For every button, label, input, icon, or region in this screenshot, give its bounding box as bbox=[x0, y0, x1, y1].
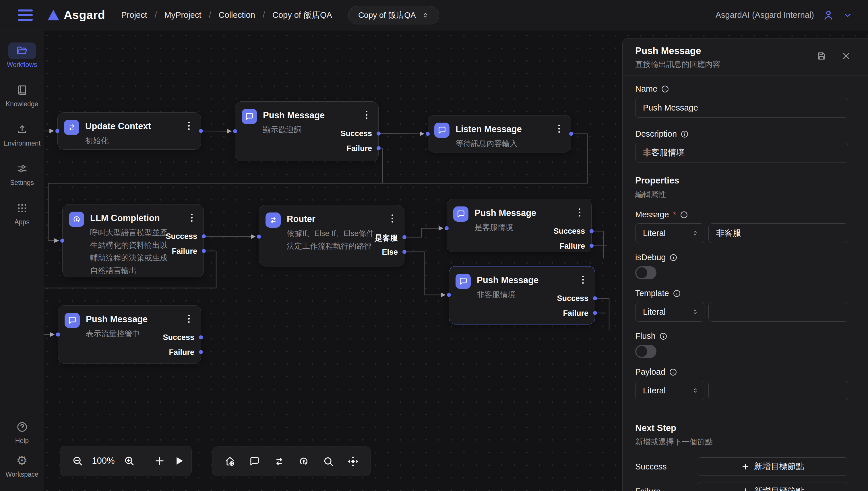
node-subtitle: 顯示歡迎詞 bbox=[263, 123, 302, 136]
sidebar-item-label: Environment bbox=[3, 140, 40, 147]
node-subtitle: 表示流量控管中 bbox=[86, 327, 140, 340]
edge bbox=[201, 131, 231, 131]
node-palette-toolbar bbox=[212, 446, 371, 476]
isdebug-toggle[interactable] bbox=[635, 266, 656, 279]
hamburger-menu-icon[interactable] bbox=[18, 9, 33, 21]
next-step-subtitle: 新增或選擇下一個節點 bbox=[635, 437, 848, 447]
output-port-label: 是客服 bbox=[375, 233, 398, 243]
zoom-out-icon[interactable] bbox=[71, 455, 84, 467]
node-title: Listen Message bbox=[455, 124, 522, 134]
output-port-label: Success bbox=[557, 294, 589, 303]
node-menu-button[interactable] bbox=[363, 109, 370, 121]
brand-name: Asgard bbox=[64, 8, 105, 22]
node-title: Push Message bbox=[263, 110, 325, 121]
message-value-input[interactable] bbox=[709, 223, 848, 243]
save-icon[interactable] bbox=[816, 51, 827, 61]
node-push-message-traffic[interactable]: Push Message 表示流量控管中 Success Failure bbox=[58, 305, 201, 364]
template-type-select[interactable]: Literal bbox=[635, 302, 705, 322]
sidebar-item-help[interactable]: Help bbox=[8, 418, 36, 445]
sidebar-item-apps[interactable]: Apps bbox=[8, 200, 36, 226]
info-icon[interactable] bbox=[669, 253, 678, 262]
gear-icon: ⚙ bbox=[8, 452, 36, 469]
sidebar-item-environment[interactable]: Environment bbox=[3, 121, 40, 147]
message-node-icon[interactable] bbox=[248, 455, 261, 467]
help-circle-icon bbox=[8, 418, 36, 435]
edge bbox=[405, 228, 443, 237]
node-menu-button[interactable] bbox=[389, 213, 396, 224]
sidebar-item-workspace[interactable]: ⚙ Workspace bbox=[5, 452, 38, 479]
plus-icon bbox=[741, 487, 750, 491]
name-input[interactable] bbox=[635, 97, 848, 118]
flush-toggle[interactable] bbox=[635, 345, 656, 358]
node-menu-button[interactable] bbox=[556, 123, 563, 134]
node-title: Update Context bbox=[85, 121, 151, 132]
add-icon[interactable] bbox=[154, 455, 166, 467]
next-step-failure-label: Failure bbox=[635, 487, 697, 491]
node-push-message-cs[interactable]: Push Message 是客服情境 Success Failure bbox=[447, 199, 592, 252]
account-area: AsgardAI (Asgard Internal) bbox=[716, 9, 852, 22]
zoom-in-icon[interactable] bbox=[123, 455, 135, 467]
edge bbox=[379, 134, 424, 134]
swap-arrows-icon bbox=[266, 212, 281, 228]
llm-node-icon[interactable] bbox=[298, 455, 310, 467]
output-port-label: Success bbox=[163, 333, 194, 342]
template-value-input[interactable] bbox=[709, 302, 848, 322]
select-chevrons-icon bbox=[691, 308, 699, 316]
add-success-target-button[interactable]: 新增目標節點 bbox=[697, 457, 848, 476]
breadcrumb-myproject[interactable]: MyProject bbox=[164, 10, 202, 20]
search-icon[interactable] bbox=[322, 455, 334, 467]
move-canvas-icon[interactable] bbox=[347, 455, 359, 467]
node-menu-button[interactable] bbox=[579, 274, 587, 285]
node-menu-button[interactable] bbox=[188, 212, 196, 223]
close-icon[interactable] bbox=[841, 51, 851, 61]
add-failure-target-button[interactable]: 新增目標節點 bbox=[697, 482, 848, 491]
chevron-down-icon[interactable] bbox=[843, 10, 852, 20]
upload-icon bbox=[8, 121, 36, 138]
edge bbox=[204, 236, 255, 237]
info-icon[interactable] bbox=[669, 368, 678, 376]
node-llm-completion[interactable]: LLM Completion 呼叫大型語言模型並產生結構化的資料輸出以輔助流程的… bbox=[62, 204, 204, 278]
sidebar-item-label: Knowledge bbox=[6, 100, 38, 108]
info-icon[interactable] bbox=[661, 85, 669, 93]
select-chevrons-icon bbox=[422, 11, 429, 19]
workflow-selector-dropdown[interactable]: Copy of 飯店QA bbox=[348, 6, 439, 24]
info-icon[interactable] bbox=[672, 289, 681, 298]
sidebar-item-knowledge[interactable]: Knowledge bbox=[6, 82, 38, 108]
swap-node-icon[interactable] bbox=[273, 455, 285, 467]
node-listen-message[interactable]: Listen Message 等待訊息內容輸入 bbox=[428, 115, 571, 152]
select-chevrons-icon bbox=[691, 387, 699, 394]
sidebar-item-settings[interactable]: Settings bbox=[8, 161, 36, 186]
output-port-label: Else bbox=[382, 248, 398, 257]
description-input[interactable] bbox=[635, 143, 848, 163]
sidebar-item-label: Help bbox=[15, 437, 29, 445]
message-type-select[interactable]: Literal bbox=[635, 223, 705, 243]
add-start-node-icon[interactable] bbox=[224, 455, 236, 467]
info-icon[interactable] bbox=[659, 332, 668, 341]
node-update-context[interactable]: Update Context 初始化 bbox=[57, 112, 201, 150]
chat-bubble-icon bbox=[455, 273, 471, 289]
swap-arrows-icon bbox=[64, 120, 79, 135]
node-subtitle: 依據If、Else If、Else條件決定工作流程執行的路徑 bbox=[287, 227, 378, 252]
user-icon[interactable] bbox=[822, 9, 835, 22]
payload-value-input[interactable] bbox=[709, 381, 848, 400]
template-field-label: Template bbox=[635, 289, 848, 298]
node-router[interactable]: Router 依據If、Else If、Else條件決定工作流程執行的路徑 是客… bbox=[259, 205, 405, 266]
message-field-label: Message* bbox=[635, 210, 848, 220]
info-icon[interactable] bbox=[680, 210, 688, 219]
node-push-message-welcome[interactable]: Push Message 顯示歡迎詞 Success Failure bbox=[235, 102, 379, 162]
description-field-label: Description bbox=[635, 129, 848, 139]
node-menu-button[interactable] bbox=[185, 120, 192, 132]
info-icon[interactable] bbox=[680, 130, 689, 138]
breadcrumb-project[interactable]: Project bbox=[121, 10, 147, 20]
node-menu-button[interactable] bbox=[576, 207, 583, 218]
node-push-message-noncs-selected[interactable]: Push Message 非客服情境 Success Failure bbox=[449, 266, 595, 324]
breadcrumb-collection[interactable]: Collection bbox=[219, 10, 255, 20]
run-workflow-button[interactable] bbox=[173, 455, 185, 467]
sidebar-item-workflows[interactable]: Workflows bbox=[7, 42, 37, 68]
node-menu-button[interactable] bbox=[185, 313, 192, 324]
breadcrumb-current[interactable]: Copy of 飯店QA bbox=[272, 9, 332, 21]
payload-type-select[interactable]: Literal bbox=[635, 381, 705, 400]
node-subtitle: 是客服情境 bbox=[475, 221, 513, 234]
output-port-label: Success bbox=[166, 232, 197, 241]
edge bbox=[405, 252, 445, 295]
